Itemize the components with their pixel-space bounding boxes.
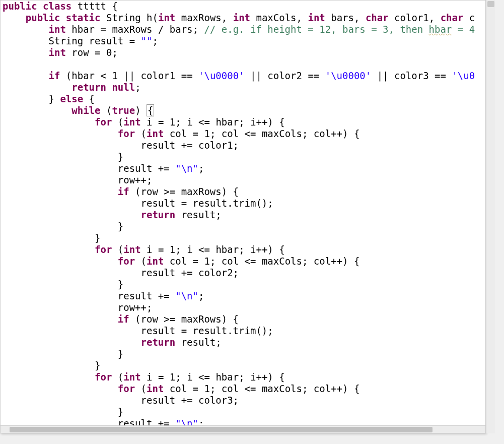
keyword-true: true — [112, 105, 135, 116]
var-color2: color2 — [267, 70, 302, 81]
keyword-int: int — [308, 12, 325, 23]
var-result: result — [141, 140, 176, 151]
var-maxRows: maxRows — [181, 313, 222, 325]
var-result: result — [193, 325, 228, 336]
keyword-for: for — [118, 128, 135, 139]
keyword-return: return — [71, 82, 106, 93]
var-hbar: hbar — [71, 24, 95, 35]
var-bars: bars — [170, 24, 193, 35]
var-col: col — [170, 383, 187, 394]
horizontal-scroll-thumb[interactable] — [10, 427, 433, 432]
var-i: i — [147, 116, 152, 128]
param-maxCols: maxCols — [256, 12, 296, 23]
var-i: i — [187, 244, 192, 255]
keyword-public: public — [3, 1, 37, 12]
param-bars: bars — [331, 12, 354, 23]
code-content[interactable]: public class ttttt { public static Strin… — [1, 1, 485, 429]
keyword-int: int — [147, 256, 164, 267]
var-result: result — [141, 325, 176, 336]
horizontal-scrollbar[interactable] — [1, 425, 486, 433]
var-hbar: hbar — [215, 244, 239, 255]
var-row: row — [118, 174, 135, 185]
var-result: result — [141, 198, 176, 209]
keyword-return: return — [141, 337, 176, 348]
var-result: result — [141, 267, 176, 278]
var-i: i — [147, 244, 152, 255]
char-literal-cut: '\u0 — [452, 70, 475, 81]
keyword-int: int — [49, 24, 66, 35]
var-col: col — [222, 128, 239, 139]
var-row: row — [141, 313, 158, 325]
keyword-int: int — [147, 383, 164, 394]
code-editor[interactable]: public class ttttt { public static Strin… — [0, 0, 486, 433]
var-result: result — [89, 35, 124, 46]
param-maxRows: maxRows — [181, 12, 222, 23]
var-row: row — [118, 302, 135, 313]
char-literal: '\u0000' — [325, 70, 372, 81]
text-cursor: { — [147, 104, 154, 116]
vertical-scrollbar[interactable] — [486, 0, 495, 433]
keyword-if: if — [118, 186, 129, 197]
var-hbar: hbar — [215, 116, 239, 128]
num-zero: 0 — [106, 47, 112, 58]
keyword-while: while — [71, 105, 100, 116]
var-result: result — [181, 209, 216, 220]
var-result: result — [118, 290, 153, 301]
keyword-else: else — [60, 93, 83, 104]
num-one: 1 — [170, 371, 175, 383]
keyword-return: return — [141, 209, 176, 220]
num-one: 1 — [170, 244, 175, 255]
var-hbar: hbar — [71, 70, 95, 81]
class-name: ttttt — [78, 1, 106, 12]
var-row: row — [141, 186, 158, 197]
comment: // e.g. if height = 12, bars = 3, then h… — [204, 24, 475, 35]
char-literal: '\u0000' — [198, 70, 245, 81]
method-trim: trim — [233, 198, 256, 209]
keyword-for: for — [95, 116, 112, 128]
type-string: String — [49, 35, 84, 46]
var-col: col — [314, 383, 331, 394]
keyword-for: for — [95, 371, 112, 383]
var-col: col — [170, 128, 187, 139]
method-name: h — [147, 12, 152, 23]
string-newline: "\n" — [175, 163, 198, 174]
var-col: col — [222, 256, 239, 267]
param-cut: c — [469, 12, 475, 23]
vertical-scroll-thumb[interactable] — [487, 1, 494, 7]
num-one: 1 — [112, 70, 117, 81]
var-color3: color3 — [394, 70, 429, 81]
var-result: result — [193, 198, 228, 209]
keyword-if: if — [118, 313, 129, 325]
keyword-int: int — [123, 371, 140, 383]
num-one: 1 — [170, 116, 175, 128]
num-one: 1 — [204, 383, 209, 394]
keyword-char: char — [366, 12, 389, 23]
keyword-for: for — [95, 244, 112, 255]
var-col: col — [170, 256, 187, 267]
keyword-null: null — [112, 82, 135, 93]
var-maxRows: maxRows — [112, 24, 152, 35]
keyword-class: class — [43, 1, 71, 12]
keyword-int: int — [158, 12, 175, 23]
var-result: result — [181, 337, 216, 348]
keyword-for: for — [118, 256, 135, 267]
string-empty: "" — [141, 35, 153, 46]
keyword-static: static — [66, 12, 101, 23]
var-col: col — [314, 128, 331, 139]
keyword-public: public — [26, 12, 60, 23]
var-color1: color1 — [198, 140, 233, 151]
keyword-int: int — [49, 47, 66, 58]
keyword-int: int — [147, 128, 164, 139]
var-color3: color3 — [198, 395, 233, 406]
var-i: i — [187, 371, 192, 383]
var-maxCols: maxCols — [262, 383, 302, 394]
var-color1: color1 — [141, 70, 176, 81]
var-i: i — [187, 116, 192, 128]
var-result: result — [118, 163, 153, 174]
var-i: i — [250, 244, 256, 255]
var-i: i — [250, 371, 256, 383]
type-string: String — [106, 12, 141, 23]
num-one: 1 — [204, 256, 209, 267]
keyword-int: int — [123, 116, 140, 128]
keyword-int: int — [123, 244, 140, 255]
